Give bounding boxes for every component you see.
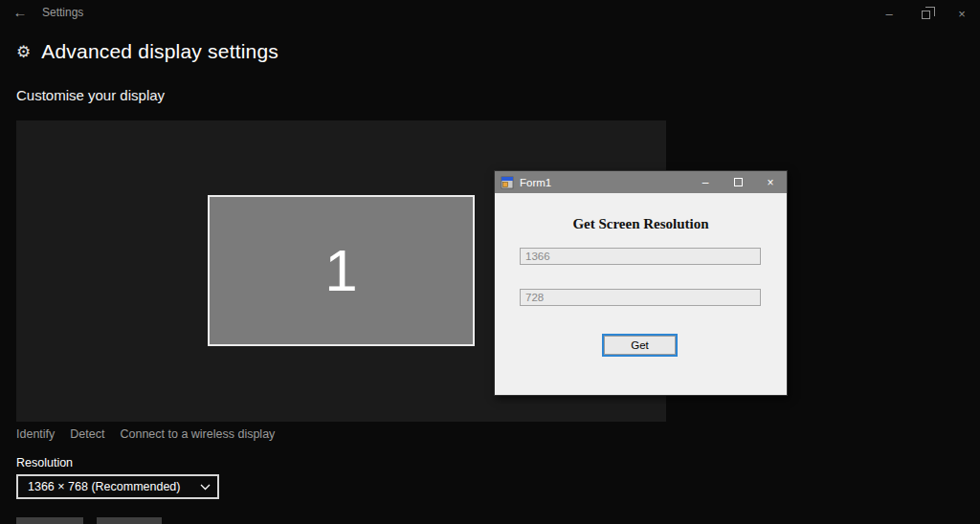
width-field[interactable]: [520, 248, 761, 265]
settings-window: ← Settings – × ⚙ Advanced display settin…: [0, 0, 980, 524]
form1-maximize-button[interactable]: [722, 171, 754, 193]
form1-titlebar[interactable]: Form1 – ×: [495, 171, 787, 193]
page-header: ⚙ Advanced display settings: [16, 40, 278, 63]
window-controls: – ×: [871, 0, 980, 27]
minimize-button[interactable]: –: [871, 0, 907, 27]
form1-minimize-button[interactable]: –: [689, 171, 722, 193]
section-heading: Customise your display: [16, 87, 165, 103]
close-button[interactable]: ×: [944, 0, 980, 27]
get-button[interactable]: Get: [602, 334, 678, 357]
connect-wireless-link[interactable]: Connect to a wireless display: [120, 427, 275, 441]
restore-icon: [922, 11, 930, 19]
display-links: Identify Detect Connect to a wireless di…: [16, 427, 275, 441]
maximize-icon: [734, 178, 743, 186]
monitor-number: 1: [324, 241, 357, 300]
cancel-button-partial[interactable]: [97, 517, 162, 524]
page-title: Advanced display settings: [41, 40, 278, 63]
identify-link[interactable]: Identify: [16, 427, 55, 441]
form1-close-button[interactable]: ×: [754, 171, 787, 193]
form1-title: Form1: [520, 177, 689, 188]
app-title: Settings: [42, 6, 83, 19]
form-heading: Get Screen Resolution: [495, 216, 787, 232]
titlebar: ← Settings – ×: [0, 0, 980, 27]
monitor-preview[interactable]: 1: [208, 195, 475, 346]
resolution-selected-value: 1366 × 768 (Recommended): [18, 480, 192, 493]
resolution-dropdown[interactable]: 1366 × 768 (Recommended): [16, 474, 219, 499]
form1-window-controls: – ×: [689, 171, 787, 193]
restore-button[interactable]: [907, 0, 944, 27]
back-arrow-icon[interactable]: ←: [8, 2, 33, 23]
chevron-down-icon: [192, 484, 217, 491]
gear-icon: ⚙: [16, 42, 31, 61]
resolution-label: Resolution: [16, 456, 73, 469]
form1-window: Form1 – × Get Screen Resolution Get: [494, 170, 788, 396]
apply-button-partial[interactable]: [16, 517, 83, 524]
detect-link[interactable]: Detect: [70, 427, 104, 441]
height-field[interactable]: [520, 289, 761, 306]
winforms-app-icon: [501, 176, 514, 189]
